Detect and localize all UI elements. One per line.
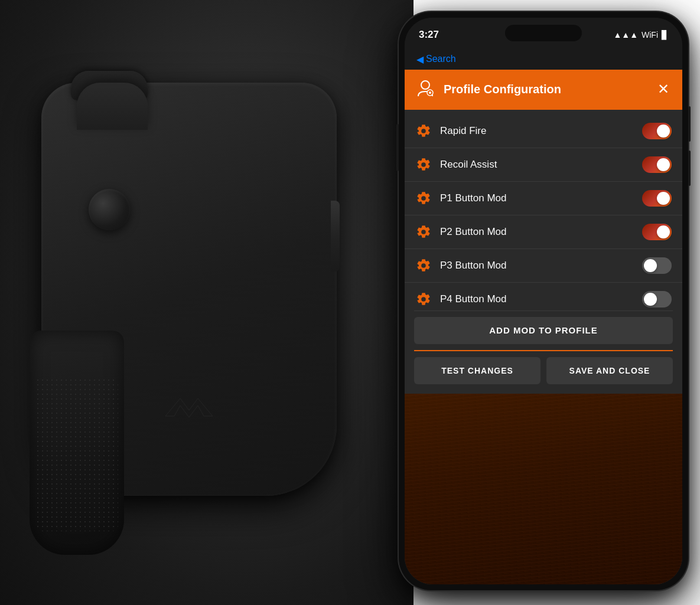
status-icons: ▲▲▲ WiFi ▊ [613,25,668,40]
gear-svg-recoil-assist [416,157,431,172]
mod-item-p2-button-mod[interactable]: P2 Button Mod [405,215,682,249]
controller-stick-left [89,189,130,230]
phone-wrapper: 3:27 ▲▲▲ WiFi ▊ ◀ Search [399,12,688,590]
toggle-knob-p4 [644,293,657,306]
mod-item-p1-button-mod[interactable]: P1 Button Mod [405,182,682,215]
gear-svg-p3 [416,258,431,273]
power-button [396,124,399,171]
gear-svg-p4 [416,292,431,307]
toggle-p3-button-mod[interactable] [642,257,672,274]
toggle-knob-recoil-assist [657,158,670,171]
gear-icon-p3-button-mod [415,257,432,274]
svg-marker-0 [165,398,213,417]
save-and-close-button[interactable]: SAVE AND CLOSE [546,357,673,384]
bottom-list-divider [414,310,673,311]
controller-shape [18,47,360,555]
back-text: Search [426,54,456,64]
profile-config-icon-svg [415,79,436,100]
gear-icon-p2-button-mod [415,224,432,240]
toggle-knob-rapid-fire [657,125,670,138]
gear-icon-p4-button-mod [415,291,432,308]
mod-label-p4-button-mod: P4 Button Mod [440,293,642,305]
gear-icon-p1-button-mod [415,190,432,207]
app-content: Profile Configuration ✕ Rapid Fire [405,70,682,584]
test-changes-button[interactable]: TEST CHANGES [414,357,541,384]
svg-point-1 [421,81,429,89]
close-button[interactable]: ✕ [654,80,673,99]
app-header: Profile Configuration ✕ [405,70,682,109]
phone-screen: 3:27 ▲▲▲ WiFi ▊ ◀ Search [405,18,682,584]
toggle-knob-p3 [644,259,657,272]
header-title: Profile Configuration [444,83,654,96]
gear-svg-rapid-fire [416,123,431,139]
phone-frame: 3:27 ▲▲▲ WiFi ▊ ◀ Search [399,12,688,590]
profile-icon [414,78,437,100]
volume-up-button [688,106,691,142]
toggle-p1-button-mod[interactable] [642,190,672,207]
mod-label-recoil-assist: Recoil Assist [440,159,642,171]
svg-point-3 [429,91,431,94]
back-navigation[interactable]: ◀ Search [405,48,682,70]
gear-icon-rapid-fire [415,123,432,139]
mod-item-p4-button-mod[interactable]: P4 Button Mod [405,283,682,310]
brand-logo-svg [159,393,219,422]
toggle-recoil-assist[interactable] [642,156,672,173]
controller-bump-left [77,83,148,130]
controller-logo [154,390,224,425]
battery-icon: ▊ [662,30,668,40]
controller-background [0,0,414,605]
mod-item-p3-button-mod[interactable]: P3 Button Mod [405,249,682,283]
signal-icon: ▲▲▲ [613,30,638,40]
grip-texture [35,378,118,531]
toggle-knob-p1 [657,192,670,205]
gear-svg-p2 [416,224,431,240]
controller-side-detail [331,201,340,272]
phone-notch [505,25,582,41]
toggle-rapid-fire[interactable] [642,123,672,139]
mod-label-p3-button-mod: P3 Button Mod [440,260,642,272]
mod-item-rapid-fire[interactable]: Rapid Fire [405,115,682,148]
gear-svg-p1 [416,191,431,206]
mod-label-rapid-fire: Rapid Fire [440,125,642,137]
mod-list: Rapid Fire Recoil Assist [405,110,682,310]
volume-down-button [688,151,691,186]
toggle-p2-button-mod[interactable] [642,224,672,240]
save-and-close-label: SAVE AND CLOSE [569,366,650,375]
test-changes-label: TEST CHANGES [441,366,513,375]
gear-icon-recoil-assist [415,156,432,173]
mod-label-p1-button-mod: P1 Button Mod [440,192,642,204]
wifi-icon: WiFi [642,30,658,40]
controller-grip-left [30,331,124,555]
wood-background [405,394,682,585]
toggle-p4-button-mod[interactable] [642,291,672,308]
mod-item-recoil-assist[interactable]: Recoil Assist [405,148,682,182]
add-mod-button-label: ADD MOD TO PROFILE [489,325,598,335]
mod-label-p2-button-mod: P2 Button Mod [440,226,642,238]
back-arrow-icon: ◀ [416,54,424,65]
action-buttons-row: TEST CHANGES SAVE AND CLOSE [405,351,682,394]
add-mod-to-profile-button[interactable]: ADD MOD TO PROFILE [414,317,673,344]
toggle-knob-p2 [657,225,670,238]
